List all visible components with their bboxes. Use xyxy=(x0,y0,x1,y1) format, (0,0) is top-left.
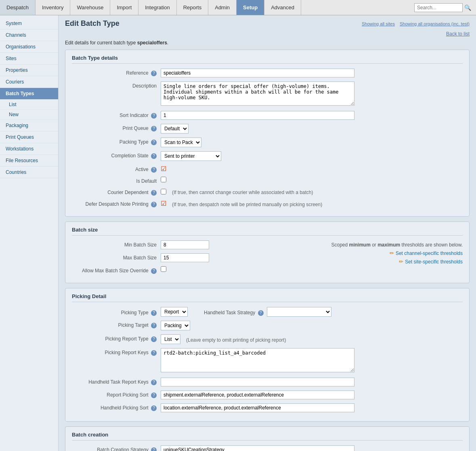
courier-dependent-help-icon[interactable]: ? xyxy=(151,190,157,196)
picking-report-keys-help-icon[interactable]: ? xyxy=(151,350,157,356)
sidebar-subitem-new[interactable]: New xyxy=(0,110,58,120)
sidebar-item-print-queues[interactable]: Print Queues xyxy=(0,132,58,143)
courier-dependent-label: Courier Dependent ? xyxy=(72,188,161,196)
completion-state-help-icon[interactable]: ? xyxy=(151,153,157,159)
packing-type-help-icon[interactable]: ? xyxy=(151,140,157,145)
page-title: Edit Batch Type xyxy=(65,19,120,28)
batch-creation-strategy-help-icon[interactable]: ? xyxy=(151,447,157,451)
courier-dependent-checkbox[interactable] xyxy=(161,189,166,194)
handheld-picking-sort-help-icon[interactable]: ? xyxy=(151,405,157,411)
handheld-picking-sort-input[interactable] xyxy=(161,403,354,412)
picking-target-select[interactable]: Packing xyxy=(161,321,190,330)
sidebar-item-properties[interactable]: Properties xyxy=(0,65,58,76)
site-threshold-link[interactable]: ✏ Set site-specific thresholds xyxy=(309,259,463,265)
pencil-icon-site: ✏ xyxy=(399,259,403,265)
sidebar-item-couriers[interactable]: Couriers xyxy=(0,76,58,88)
picking-target-row: Picking Target ? Packing xyxy=(72,321,463,330)
picking-report-type-select[interactable]: List xyxy=(161,334,180,344)
page-header: Edit Batch Type Showing all sites Showin… xyxy=(65,19,470,28)
sidebar-item-file-resources[interactable]: File Resources xyxy=(0,155,58,167)
sidebar-item-organisations[interactable]: Organisations xyxy=(0,41,58,53)
sidebar-item-batch-types[interactable]: Batch Types xyxy=(0,88,58,100)
sort-indicator-input[interactable] xyxy=(161,111,354,120)
nav-tab-reports[interactable]: Reports xyxy=(177,0,209,15)
handheld-task-select[interactable] xyxy=(267,307,331,317)
allow-override-help-icon[interactable]: ? xyxy=(151,268,157,274)
sidebar-subitem-list[interactable]: List xyxy=(0,100,58,110)
nav-tab-import[interactable]: Import xyxy=(110,0,138,15)
batch-creation-strategy-label: Batch Creation Strategy ? xyxy=(72,445,161,451)
reference-row: Reference ? xyxy=(72,69,463,77)
sidebar-item-workstations[interactable]: Workstations xyxy=(0,143,58,155)
sidebar-item-channels[interactable]: Channels xyxy=(0,29,58,41)
defer-control: ☑ (If true, then despatch note will be p… xyxy=(161,200,463,207)
report-picking-sort-help-icon[interactable]: ? xyxy=(151,393,157,398)
print-queue-help-icon[interactable]: ? xyxy=(151,126,157,132)
allow-override-label: Allow Max Batch Size Override ? xyxy=(72,266,161,274)
packing-type-control: Scan to Pack xyxy=(161,138,463,147)
nav-tab-warehouse[interactable]: Warehouse xyxy=(70,0,110,15)
batch-creation-strategy-input[interactable] xyxy=(161,445,354,451)
nav-tab-integration[interactable]: Integration xyxy=(138,0,176,15)
handheld-task-report-keys-label: Handheld Task Report Keys ? xyxy=(72,378,161,385)
showing-sites-link[interactable]: Showing all sites xyxy=(362,21,395,26)
picking-type-control: Report xyxy=(161,307,188,317)
nav-tab-admin[interactable]: Admin xyxy=(208,0,237,15)
nav-tab-advanced[interactable]: Advanced xyxy=(264,0,301,15)
completion-state-select[interactable]: Sent to printer xyxy=(161,151,221,161)
defer-help-text: (If true, then despatch note will be pri… xyxy=(170,200,322,207)
nav-tab-inventory[interactable]: Inventory xyxy=(36,0,70,15)
picking-report-type-row: Picking Report Type ? List (Leave empty … xyxy=(72,334,463,344)
sidebar-item-countries[interactable]: Countries xyxy=(0,167,58,178)
sidebar-item-sites[interactable]: Sites xyxy=(0,53,58,65)
defer-checkbox[interactable]: ☑ xyxy=(161,200,166,207)
picking-type-help-icon[interactable]: ? xyxy=(151,310,157,316)
handheld-picking-sort-control xyxy=(161,403,463,412)
nav-tab-despatch[interactable]: Despatch xyxy=(0,0,36,15)
content-area: Edit Batch Type Showing all sites Showin… xyxy=(59,15,476,451)
handheld-task-report-keys-help-icon[interactable]: ? xyxy=(151,380,157,385)
sort-indicator-label: Sort Indicator ? xyxy=(72,111,161,119)
handheld-task-report-keys-input[interactable] xyxy=(161,378,354,386)
handheld-task-control xyxy=(267,307,331,317)
is-default-checkbox[interactable] xyxy=(161,177,166,182)
picking-target-label: Picking Target ? xyxy=(72,321,161,328)
report-picking-sort-row: Report Picking Sort ? xyxy=(72,390,463,399)
scope-minimum: minimum xyxy=(349,242,371,248)
defer-row: Defer Despatch Note Printing ? ☑ (If tru… xyxy=(72,200,463,207)
search-input[interactable] xyxy=(414,3,463,12)
back-to-list-link[interactable]: Back to list xyxy=(446,31,470,37)
allow-override-control xyxy=(161,266,309,273)
sidebar-item-packaging[interactable]: Packaging xyxy=(0,120,58,132)
allow-override-checkbox[interactable] xyxy=(161,266,166,272)
picking-report-keys-textarea[interactable]: rtd2-batch:picking_list_a4_barcoded xyxy=(161,348,354,372)
max-batch-size-control xyxy=(161,253,309,262)
print-queue-select[interactable]: Default xyxy=(161,124,189,134)
sidebar-item-system[interactable]: System xyxy=(0,18,58,29)
packing-type-select[interactable]: Scan to Pack xyxy=(161,138,201,147)
completion-state-control: Sent to printer xyxy=(161,151,463,161)
picking-type-select[interactable]: Report xyxy=(161,307,188,317)
reference-input[interactable] xyxy=(161,69,354,77)
handheld-task-help-icon[interactable]: ? xyxy=(258,310,264,316)
search-button[interactable]: 🔍 xyxy=(463,4,473,12)
channel-threshold-link[interactable]: ✏ Set channel-specific thresholds xyxy=(309,250,463,256)
sort-indicator-help-icon[interactable]: ? xyxy=(151,113,157,119)
completion-state-label: Completion State ? xyxy=(72,151,161,159)
picking-report-keys-label: Picking Report Keys ? xyxy=(72,348,161,356)
reference-help-icon[interactable]: ? xyxy=(151,71,157,76)
active-checkbox[interactable]: ☑ xyxy=(161,165,166,172)
report-picking-sort-input[interactable] xyxy=(161,390,354,399)
active-help-icon[interactable]: ? xyxy=(151,167,157,173)
top-navigation: Despatch Inventory Warehouse Import Inte… xyxy=(0,0,476,15)
max-batch-size-input[interactable] xyxy=(161,253,209,262)
active-row: Active ? ☑ xyxy=(72,165,463,173)
defer-help-icon[interactable]: ? xyxy=(151,202,157,207)
nav-tab-setup[interactable]: Setup xyxy=(237,0,264,15)
description-textarea[interactable]: Single line orders for special offer (hi… xyxy=(161,81,354,106)
picking-target-help-icon[interactable]: ? xyxy=(151,323,157,328)
min-batch-size-input[interactable] xyxy=(161,240,209,249)
picking-report-type-help-icon[interactable]: ? xyxy=(151,336,157,342)
showing-orgs-link[interactable]: Showing all organisations (inc. test) xyxy=(400,21,470,26)
packing-type-row: Packing Type ? Scan to Pack xyxy=(72,138,463,147)
